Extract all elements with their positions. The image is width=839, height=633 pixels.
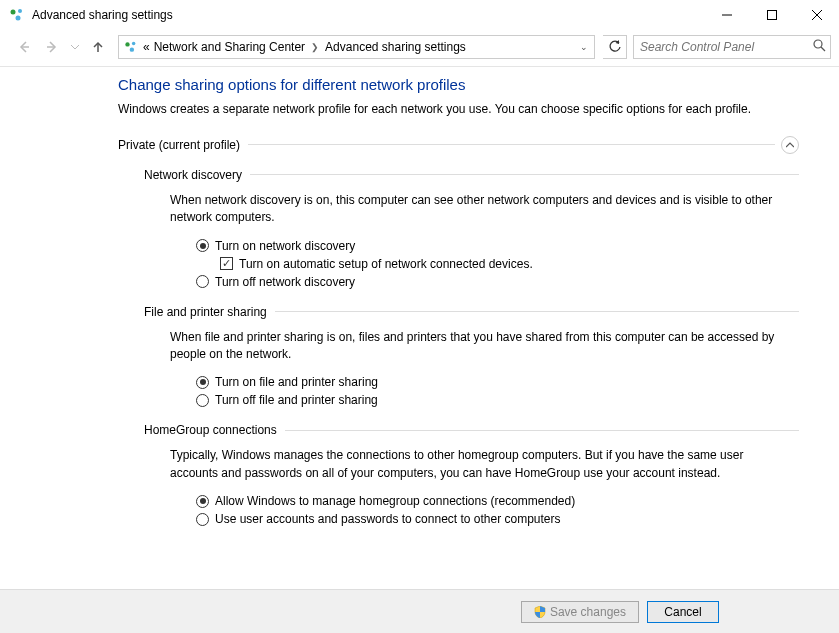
search-icon[interactable] xyxy=(813,39,826,55)
radio-network-discovery-off[interactable]: Turn off network discovery xyxy=(196,275,799,289)
network-sharing-icon xyxy=(123,39,139,55)
divider xyxy=(250,174,799,175)
svg-point-11 xyxy=(132,42,136,46)
refresh-button[interactable] xyxy=(603,35,627,59)
subsection-file-printer: File and printer sharing When file and p… xyxy=(118,305,799,408)
content-area: Change sharing options for different net… xyxy=(0,70,839,589)
option-label: Allow Windows to manage homegroup connec… xyxy=(215,494,575,508)
forward-button[interactable] xyxy=(40,35,64,59)
homegroup-label: HomeGroup connections xyxy=(144,423,285,437)
bottom-bar: Save changes Cancel xyxy=(0,589,839,633)
svg-point-12 xyxy=(130,47,134,51)
save-changes-button[interactable]: Save changes xyxy=(521,601,639,623)
option-label: Turn off network discovery xyxy=(215,275,355,289)
maximize-button[interactable] xyxy=(749,0,794,30)
breadcrumb-prefix[interactable]: « xyxy=(141,40,152,54)
option-label: Turn off file and printer sharing xyxy=(215,393,378,407)
recent-dropdown-icon[interactable] xyxy=(68,35,82,59)
network-discovery-desc: When network discovery is on, this compu… xyxy=(144,192,799,227)
search-box[interactable] xyxy=(633,35,831,59)
collapse-icon[interactable] xyxy=(781,136,799,154)
uac-shield-icon xyxy=(534,606,546,618)
window-title: Advanced sharing settings xyxy=(32,8,173,22)
radio-icon xyxy=(196,495,209,508)
radio-homegroup-user[interactable]: Use user accounts and passwords to conne… xyxy=(196,512,799,526)
cancel-button[interactable]: Cancel xyxy=(647,601,719,623)
section-private-header[interactable]: Private (current profile) xyxy=(118,136,799,154)
network-sharing-icon xyxy=(8,6,26,24)
breadcrumb-item-1[interactable]: Network and Sharing Center xyxy=(152,40,307,54)
option-label: Turn on file and printer sharing xyxy=(215,375,378,389)
homegroup-desc: Typically, Windows manages the connectio… xyxy=(144,447,799,482)
radio-icon xyxy=(196,376,209,389)
minimize-button[interactable] xyxy=(704,0,749,30)
cancel-label: Cancel xyxy=(664,605,701,619)
checkbox-auto-setup[interactable]: ✓ Turn on automatic setup of network con… xyxy=(196,257,799,271)
divider xyxy=(275,311,799,312)
network-discovery-label: Network discovery xyxy=(144,168,250,182)
radio-file-printer-on[interactable]: Turn on file and printer sharing xyxy=(196,375,799,389)
svg-rect-4 xyxy=(767,11,776,20)
up-button[interactable] xyxy=(86,35,110,59)
save-label: Save changes xyxy=(550,605,626,619)
close-button[interactable] xyxy=(794,0,839,30)
page-title: Change sharing options for different net… xyxy=(118,76,799,93)
radio-icon xyxy=(196,394,209,407)
option-label: Turn on network discovery xyxy=(215,239,355,253)
svg-point-2 xyxy=(16,16,21,21)
file-printer-desc: When file and printer sharing is on, fil… xyxy=(144,329,799,364)
radio-file-printer-off[interactable]: Turn off file and printer sharing xyxy=(196,393,799,407)
radio-network-discovery-on[interactable]: Turn on network discovery xyxy=(196,239,799,253)
radio-icon xyxy=(196,275,209,288)
search-input[interactable] xyxy=(638,39,813,55)
radio-homegroup-allow[interactable]: Allow Windows to manage homegroup connec… xyxy=(196,494,799,508)
divider xyxy=(285,430,799,431)
svg-line-14 xyxy=(821,47,825,51)
option-label: Use user accounts and passwords to conne… xyxy=(215,512,561,526)
section-private-label: Private (current profile) xyxy=(118,138,248,152)
divider xyxy=(248,144,775,145)
option-label: Turn on automatic setup of network conne… xyxy=(239,257,533,271)
radio-icon xyxy=(196,239,209,252)
file-printer-label: File and printer sharing xyxy=(144,305,275,319)
chevron-right-icon: ❯ xyxy=(307,42,323,52)
back-button[interactable] xyxy=(12,35,36,59)
radio-icon xyxy=(196,513,209,526)
subsection-network-discovery: Network discovery When network discovery… xyxy=(118,168,799,289)
page-description: Windows creates a separate network profi… xyxy=(118,101,799,118)
titlebar: Advanced sharing settings xyxy=(0,0,839,30)
subsection-homegroup: HomeGroup connections Typically, Windows… xyxy=(118,423,799,526)
svg-point-0 xyxy=(11,10,16,15)
breadcrumb-item-2[interactable]: Advanced sharing settings xyxy=(323,40,468,54)
breadcrumb[interactable]: « Network and Sharing Center ❯ Advanced … xyxy=(118,35,595,59)
svg-point-13 xyxy=(814,40,822,48)
navbar: « Network and Sharing Center ❯ Advanced … xyxy=(0,30,839,64)
svg-point-1 xyxy=(18,9,22,13)
svg-point-10 xyxy=(125,42,129,46)
checkbox-icon: ✓ xyxy=(220,257,233,270)
breadcrumb-dropdown-icon[interactable]: ⌄ xyxy=(576,42,592,52)
